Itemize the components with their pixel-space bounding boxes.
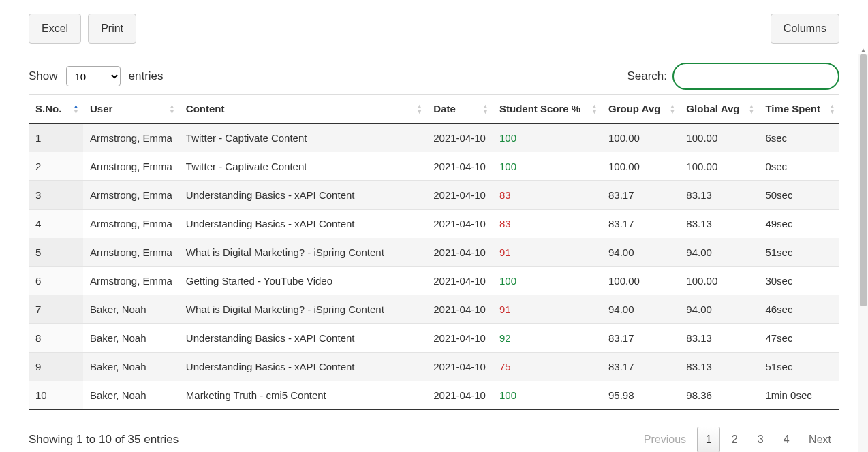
- cell-global-avg: 83.13: [679, 181, 758, 210]
- cell-global-avg: 83.13: [679, 353, 758, 381]
- search-input[interactable]: [672, 63, 839, 90]
- cell-content: Twitter - Captivate Content: [179, 123, 427, 152]
- cell-score: 83: [493, 181, 602, 210]
- sort-icon: ▲▼: [169, 103, 175, 114]
- scroll-up-arrow-icon[interactable]: ▲: [858, 45, 868, 54]
- table-info: Showing 1 to 10 of 35 entries: [29, 433, 179, 447]
- cell-content: What is Digital Marketing? - iSpring Con…: [179, 295, 427, 324]
- column-header-user[interactable]: User▲▼: [83, 95, 179, 124]
- table-row: 5Armstrong, EmmaWhat is Digital Marketin…: [29, 238, 839, 267]
- cell-score: 100: [493, 381, 602, 410]
- column-header-sno[interactable]: S.No.▲▼: [29, 95, 83, 124]
- cell-score: 83: [493, 210, 602, 238]
- column-header-time[interactable]: Time Spent▲▼: [758, 95, 839, 124]
- table-header-row: S.No.▲▼User▲▼Content▲▼Date▲▼Student Scor…: [29, 95, 839, 124]
- table-row: 1Armstrong, EmmaTwitter - Captivate Cont…: [29, 123, 839, 152]
- cell-content: Understanding Basics - xAPI Content: [179, 181, 427, 210]
- pagination-next[interactable]: Next: [801, 427, 839, 452]
- sort-icon: ▲▼: [73, 103, 79, 114]
- excel-button[interactable]: Excel: [29, 14, 81, 44]
- sort-icon: ▲▼: [482, 103, 489, 114]
- table-row: 3Armstrong, EmmaUnderstanding Basics - x…: [29, 181, 839, 210]
- column-header-label: Student Score %: [499, 103, 593, 114]
- cell-content: What is Digital Marketing? - iSpring Con…: [179, 238, 427, 267]
- column-header-date[interactable]: Date▲▼: [427, 95, 493, 124]
- pagination-page-4[interactable]: 4: [775, 427, 798, 452]
- cell-score: 75: [493, 353, 602, 381]
- cell-score: 100: [493, 152, 602, 181]
- cell-content: Marketing Truth - cmi5 Content: [179, 381, 427, 410]
- cell-date: 2021-04-10: [427, 353, 493, 381]
- cell-date: 2021-04-10: [427, 210, 493, 238]
- cell-content: Understanding Basics - xAPI Content: [179, 324, 427, 353]
- entries-label: entries: [129, 69, 164, 83]
- cell-global-avg: 94.00: [679, 295, 758, 324]
- cell-group-avg: 95.98: [602, 381, 679, 410]
- column-header-group[interactable]: Group Avg▲▼: [602, 95, 679, 124]
- cell-user: Armstrong, Emma: [83, 123, 179, 152]
- cell-user: Armstrong, Emma: [83, 267, 179, 295]
- cell-time-spent: 30sec: [758, 267, 839, 295]
- cell-group-avg: 94.00: [602, 295, 679, 324]
- print-button[interactable]: Print: [88, 14, 136, 44]
- cell-user: Baker, Noah: [83, 381, 179, 410]
- sort-icon: ▲▼: [416, 103, 422, 114]
- cell-time-spent: 47sec: [758, 324, 839, 353]
- cell-time-spent: 51sec: [758, 353, 839, 381]
- search-label: Search:: [627, 69, 667, 83]
- cell-user: Baker, Noah: [83, 324, 179, 353]
- pagination-page-2[interactable]: 2: [723, 427, 746, 452]
- search-wrap: Search:: [627, 63, 839, 90]
- cell-score: 91: [493, 295, 602, 324]
- cell-global-avg: 100.00: [679, 267, 758, 295]
- column-header-label: User: [90, 103, 125, 114]
- page-length-select[interactable]: 102550100: [66, 66, 121, 86]
- column-header-label: Content: [186, 103, 237, 114]
- cell-sno: 1: [29, 123, 83, 152]
- pagination-page-3[interactable]: 3: [749, 427, 772, 452]
- cell-content: Twitter - Captivate Content: [179, 152, 427, 181]
- cell-sno: 2: [29, 152, 83, 181]
- cell-user: Armstrong, Emma: [83, 181, 179, 210]
- cell-date: 2021-04-10: [427, 324, 493, 353]
- toolbar: Excel Print Columns: [29, 14, 839, 44]
- cell-group-avg: 100.00: [602, 123, 679, 152]
- column-header-global[interactable]: Global Avg▲▼: [679, 95, 758, 124]
- sort-icon: ▲▼: [749, 103, 755, 114]
- results-table: S.No.▲▼User▲▼Content▲▼Date▲▼Student Scor…: [29, 94, 839, 410]
- sort-icon: ▲▼: [591, 103, 598, 114]
- column-header-label: S.No.: [35, 103, 74, 114]
- table-row: 9Baker, NoahUnderstanding Basics - xAPI …: [29, 353, 839, 381]
- vertical-scrollbar[interactable]: ▲ ▼: [858, 54, 868, 452]
- cell-global-avg: 83.13: [679, 210, 758, 238]
- cell-user: Armstrong, Emma: [83, 238, 179, 267]
- columns-button[interactable]: Columns: [771, 14, 839, 44]
- table-row: 4Armstrong, EmmaUnderstanding Basics - x…: [29, 210, 839, 238]
- cell-global-avg: 100.00: [679, 152, 758, 181]
- cell-sno: 6: [29, 267, 83, 295]
- sort-icon: ▲▼: [829, 103, 835, 114]
- cell-group-avg: 94.00: [602, 238, 679, 267]
- footer-row: Showing 1 to 10 of 35 entries Previous12…: [29, 427, 839, 452]
- cell-date: 2021-04-10: [427, 295, 493, 324]
- cell-time-spent: 6sec: [758, 123, 839, 152]
- column-header-label: Time Spent: [765, 103, 833, 114]
- cell-group-avg: 83.17: [602, 324, 679, 353]
- column-header-content[interactable]: Content▲▼: [179, 95, 427, 124]
- column-header-score[interactable]: Student Score %▲▼: [493, 95, 602, 124]
- length-search-row: Show 102550100 entries Search:: [29, 63, 839, 90]
- cell-global-avg: 94.00: [679, 238, 758, 267]
- cell-user: Armstrong, Emma: [83, 152, 179, 181]
- show-label: Show: [29, 69, 58, 83]
- toolbar-right: Columns: [771, 14, 839, 44]
- table-row: 8Baker, NoahUnderstanding Basics - xAPI …: [29, 324, 839, 353]
- cell-time-spent: 50sec: [758, 181, 839, 210]
- column-header-label: Global Avg: [686, 103, 751, 114]
- cell-group-avg: 100.00: [602, 267, 679, 295]
- cell-score: 100: [493, 267, 602, 295]
- cell-date: 2021-04-10: [427, 181, 493, 210]
- cell-global-avg: 100.00: [679, 123, 758, 152]
- sort-icon: ▲▼: [669, 103, 675, 114]
- vertical-scrollbar-thumb[interactable]: [860, 54, 867, 306]
- pagination-page-1[interactable]: 1: [697, 427, 720, 452]
